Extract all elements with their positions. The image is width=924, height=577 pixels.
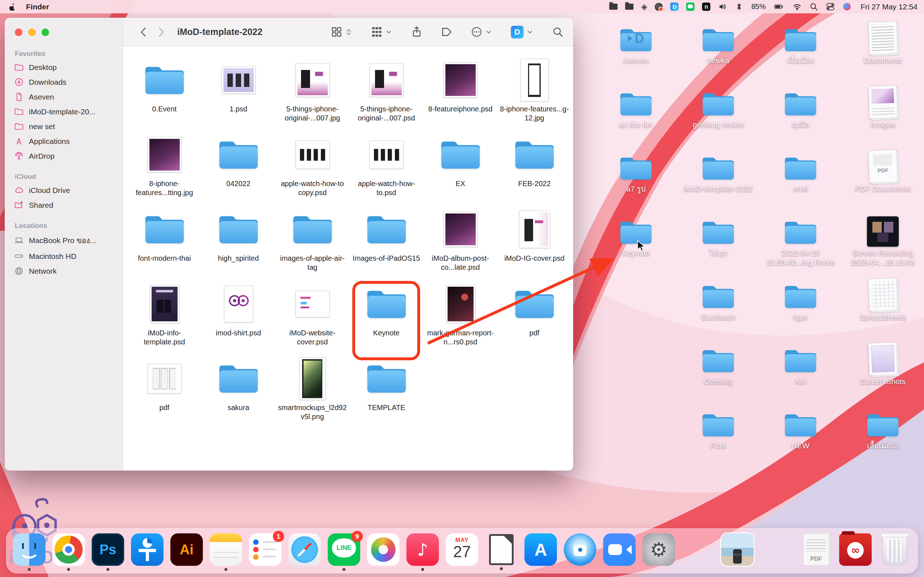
file-item[interactable]: 042022	[203, 132, 274, 206]
menu-clock[interactable]: Fri 27 May 12:54	[861, 3, 918, 11]
file-item[interactable]: mark-gurman-report-n...rs0.psd	[425, 281, 496, 356]
file-item[interactable]: 5-things-iphone-original-...007.jpg	[277, 57, 348, 132]
sidebar-item[interactable]: Macintosh HD	[10, 249, 118, 264]
file-item[interactable]: apple-watch-how-to.psd	[351, 132, 422, 206]
close-button[interactable]	[15, 29, 23, 36]
desktop-item[interactable]: D Aseven	[597, 19, 675, 83]
menu-folder-icon[interactable]	[609, 3, 617, 10]
sidebar-item[interactable]: Desktop	[10, 60, 118, 75]
desktop-item[interactable]: Guerisson	[680, 276, 757, 340]
line-menu-icon[interactable]	[686, 3, 695, 11]
file-item[interactable]: 1.psd	[203, 57, 274, 132]
spotlight-search-icon[interactable]	[809, 2, 818, 11]
layers-stack-icon[interactable]: ◈	[641, 3, 647, 11]
chevron-down-icon[interactable]	[385, 28, 393, 36]
dock-item[interactable]	[13, 533, 45, 566]
dock-item[interactable]	[52, 533, 85, 566]
desktop-item[interactable]: Screen Recording 2565-04...18.18.04	[844, 211, 921, 276]
sidebar-item[interactable]: Downloads	[10, 75, 118, 89]
desktop-item[interactable]: an the tim	[597, 83, 675, 147]
bluetooth-icon[interactable]	[735, 2, 743, 11]
tags-button[interactable]	[441, 26, 452, 38]
desktop-item[interactable]: ถุงมือ	[762, 83, 839, 147]
desktop-item[interactable]: em6	[762, 147, 839, 211]
file-item[interactable]: Keynote	[351, 281, 422, 356]
file-item[interactable]: sakura	[203, 356, 274, 430]
file-item[interactable]: iMoD-album-post-co...late.psd	[425, 206, 496, 281]
file-item[interactable]: smartmockups_l2d92v5l.png	[277, 356, 348, 430]
file-item[interactable]: iMoD-IG-cover.psd	[499, 206, 570, 281]
desktop-item[interactable]: Font	[680, 404, 757, 468]
desktop-item[interactable]: PDF Documents	[844, 147, 921, 211]
desktop-item[interactable]: tiger	[762, 276, 839, 340]
dock-item[interactable]: MAY 27	[446, 533, 478, 566]
synology-drive-icon[interactable]: D	[670, 3, 678, 11]
back-button[interactable]	[137, 26, 150, 38]
dock-item[interactable]	[485, 534, 518, 565]
synology-drive-toolbar-icon[interactable]: D	[511, 26, 524, 39]
file-item[interactable]: pdf	[129, 356, 200, 430]
desktop-item[interactable]: ไข่มุก	[680, 211, 757, 276]
volume-icon[interactable]	[718, 2, 727, 11]
file-item[interactable]: pdf	[499, 281, 570, 356]
dock-item[interactable]	[367, 533, 399, 566]
icon-view-button[interactable]	[331, 26, 342, 38]
file-item[interactable]: FEB-2022	[499, 132, 570, 206]
sidebar-item[interactable]: iMoD-template-20...	[10, 104, 118, 119]
dock-item[interactable]: LINE 9	[328, 533, 360, 566]
file-item[interactable]: images-of-apple-air-tag	[277, 206, 348, 281]
more-actions-button[interactable]	[471, 26, 483, 38]
dock-item[interactable]	[131, 533, 163, 566]
dock-item[interactable]	[839, 533, 872, 566]
forward-button[interactable]	[155, 26, 167, 38]
desktop-item[interactable]: 2022-04-29 20.59.40...ing Room	[762, 211, 839, 276]
file-item[interactable]: TEMPLATE	[351, 356, 422, 430]
dock-item[interactable]: 1	[249, 533, 281, 566]
file-item[interactable]: Images-of-iPadOS15	[351, 206, 422, 281]
dock-item[interactable]: Ai	[170, 533, 203, 566]
desktop-item[interactable]: Screen Shots	[844, 340, 921, 404]
desktop-item[interactable]: NEW	[762, 404, 839, 468]
dock-item[interactable]	[288, 533, 321, 566]
file-item[interactable]: 0.Event	[129, 57, 200, 132]
desktop-item[interactable]: a7 รูป	[597, 147, 675, 211]
dock-item[interactable]	[682, 533, 714, 566]
dock-item[interactable]	[761, 533, 793, 566]
desktop-item[interactable]: เสื้อเมือง	[762, 19, 839, 83]
desktop-item[interactable]: geelong review	[680, 83, 757, 147]
desktop-item[interactable]: Images	[844, 83, 921, 147]
sidebar-item[interactable]: Aseven	[10, 89, 118, 104]
siri-icon[interactable]	[842, 2, 851, 11]
file-item[interactable]: apple-watch-how-to copy.psd	[277, 132, 348, 206]
desktop-item[interactable]: Documents	[844, 19, 921, 83]
menu-folder-icon[interactable]	[625, 3, 633, 10]
sidebar-item[interactable]: new set	[10, 119, 118, 134]
battery-icon[interactable]	[773, 2, 785, 11]
dock-item[interactable]	[210, 533, 242, 566]
dock-item[interactable]	[525, 533, 557, 566]
sidebar-item[interactable]: Applications	[10, 134, 118, 148]
file-item[interactable]: iMoD-info-template.psd	[129, 281, 200, 356]
desktop-item[interactable]: newka	[680, 19, 757, 83]
view-updown-chevron-icon[interactable]	[345, 28, 353, 36]
sidebar-item[interactable]: Network	[10, 264, 118, 279]
dock-item[interactable]	[721, 533, 754, 566]
apple-menu-icon[interactable]	[10, 3, 16, 11]
dock-item[interactable]: PDF	[800, 534, 832, 566]
desktop-item[interactable]: Spreadsheets	[844, 276, 921, 340]
minimize-button[interactable]	[28, 29, 36, 36]
file-item[interactable]: font-modern-thai	[129, 206, 200, 281]
sidebar-item[interactable]: iCloud Drive	[10, 183, 118, 198]
zoom-button[interactable]	[42, 29, 49, 36]
desktop-item[interactable]: iMoD-template-2022	[680, 147, 757, 211]
file-item[interactable]: 5-things-iphone-original-...007.psd	[351, 57, 422, 132]
chevron-down-icon[interactable]	[526, 28, 534, 36]
dock-item[interactable]	[643, 533, 675, 566]
file-item[interactable]: iMoD-website-cover.psd	[277, 281, 348, 356]
group-by-button[interactable]	[371, 26, 383, 38]
file-item[interactable]: 8-iphone-features...tting.jpg	[129, 132, 200, 206]
chevron-down-icon[interactable]	[485, 28, 493, 36]
control-center-icon[interactable]	[826, 2, 835, 11]
desktop-item[interactable]: AM	[762, 340, 839, 404]
dock-item[interactable]: Ps	[92, 533, 124, 566]
